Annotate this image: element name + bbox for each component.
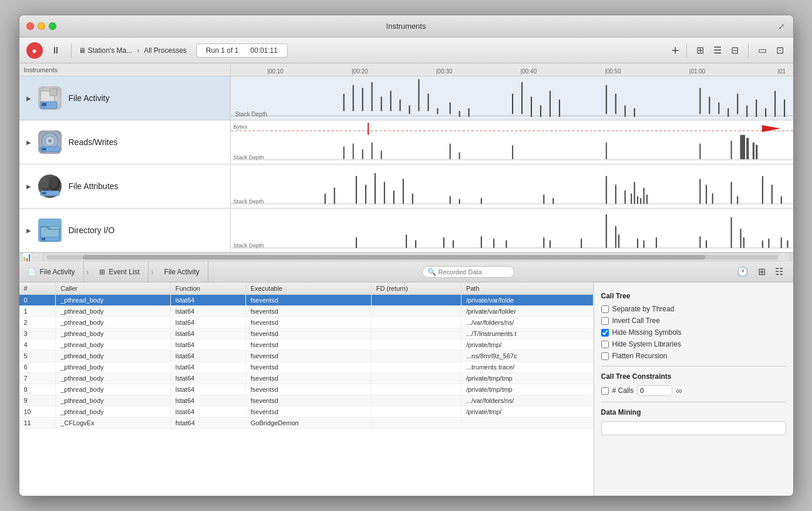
instrument-label-file-attributes[interactable]: ▶ File Attributes	[19, 164, 231, 208]
timeline-scroll-thumb[interactable]	[83, 255, 705, 260]
svg-rect-54	[380, 150, 382, 159]
cell-caller-1: _pthread_body	[56, 306, 171, 317]
device-selector[interactable]: 🖥 Station's Ma...	[79, 46, 133, 55]
table-row[interactable]: 8_pthread_bodylstat64fseventsd/private/t…	[19, 384, 594, 395]
data-table-area[interactable]: # Caller Function Executable FD (return)…	[19, 283, 594, 496]
add-instrument-button[interactable]: +	[672, 44, 679, 57]
svg-rect-82	[412, 193, 413, 204]
maximize-button[interactable]	[49, 22, 56, 30]
table-row[interactable]: 7_pthread_bodylstat64fseventsd/private/t…	[19, 373, 594, 384]
calls-checkbox[interactable]	[601, 387, 609, 395]
cell-num-8: 8	[19, 384, 56, 395]
tab-file-activity-instrument[interactable]: 📄 File Activity	[19, 261, 84, 282]
cell-function-9: lstat64	[170, 395, 245, 406]
instrument-row-file-attributes[interactable]: ▶ File Attributes	[19, 164, 793, 209]
svg-rect-135	[787, 240, 788, 248]
tab-event-list[interactable]: ⊞ Event List	[91, 261, 149, 282]
svg-rect-23	[549, 91, 550, 117]
cell-path-9: .../var/folders/ns/	[461, 395, 593, 406]
table-row[interactable]: 6_pthread_bodylstat64fseventsd...trument…	[19, 362, 594, 373]
instrument-row-reads-writes[interactable]: ▶ Reads/Writes	[19, 120, 793, 164]
tab-file-activity-view[interactable]: File Activity	[156, 261, 208, 282]
svg-rect-94	[640, 198, 641, 204]
data-table: # Caller Function Executable FD (return)…	[19, 283, 594, 429]
split-view-button[interactable]: ⊡	[774, 43, 786, 57]
svg-rect-113	[443, 237, 444, 248]
calls-min-input[interactable]	[637, 385, 672, 396]
svg-rect-31	[718, 102, 719, 114]
col-header-caller[interactable]: Caller	[56, 283, 171, 295]
tab-file-activity-view-label: File Activity	[164, 268, 200, 276]
table-row[interactable]: 4_pthread_bodylstat64fseventsd/private/t…	[19, 339, 594, 351]
table-row[interactable]: 10_pthread_bodylstat64fseventsd/private/…	[19, 406, 594, 418]
search-icon: 🔍	[427, 268, 436, 276]
col-header-executable[interactable]: Executable	[245, 283, 371, 295]
cell-fd-5	[371, 351, 461, 362]
process-selector[interactable]: All Processes	[144, 46, 187, 55]
svg-rect-62	[746, 138, 749, 160]
instrument-row-directory-io[interactable]: ▶ Directory I/O	[19, 209, 793, 253]
table-row[interactable]: 3_pthread_bodylstat64fseventsd.../T/Inst…	[19, 328, 594, 339]
expand-arrow-directory-io[interactable]: ▶	[26, 227, 31, 234]
detail-button[interactable]: ⊟	[729, 43, 741, 57]
table-row[interactable]: 11_CFLogvExfstat64GoBridgeDemon	[19, 418, 594, 429]
expand-arrow-file-attributes[interactable]: ▶	[26, 183, 31, 190]
record-button[interactable]: ●	[26, 42, 43, 59]
minimize-button[interactable]	[38, 22, 45, 30]
library-button[interactable]: ⊞	[694, 43, 706, 57]
main-area: Instruments |00:10 |00:20 |00:30 |00:40 …	[19, 63, 793, 496]
hide-system-checkbox[interactable]	[601, 341, 609, 348]
search-input[interactable]	[439, 268, 509, 275]
clock-button[interactable]: 🕐	[734, 265, 751, 278]
col-header-fd[interactable]: FD (return)	[371, 283, 461, 295]
filter-button[interactable]: ⊞	[756, 265, 768, 278]
table-row[interactable]: 0_pthread_bodylstat64fseventsd/private/v…	[19, 295, 594, 306]
svg-text:Stack Depth: Stack Depth	[233, 154, 264, 160]
col-header-path[interactable]: Path	[461, 283, 593, 295]
pause-button[interactable]: ⏸	[48, 42, 64, 59]
separate-thread-checkbox[interactable]	[601, 305, 609, 313]
col-header-function[interactable]: Function	[170, 283, 245, 295]
close-button[interactable]	[26, 22, 34, 30]
run-label: Run 1 of 1	[206, 46, 238, 55]
timeline-scrollbar[interactable]: 📊 ⬜ ⬜	[19, 253, 793, 261]
reads-writes-icon	[38, 130, 62, 154]
instrument-label-directory-io[interactable]: ▶ Directory I/O	[19, 209, 231, 252]
table-row[interactable]: 9_pthread_bodylstat64fseventsd.../var/fo…	[19, 395, 594, 406]
instrument-label-file-activity[interactable]: ▶ File Activity	[19, 76, 231, 120]
svg-rect-44	[42, 148, 46, 150]
invert-call-tree-checkbox[interactable]	[601, 317, 609, 325]
instrument-row-file-activity[interactable]: ▶ File Activity	[19, 76, 793, 120]
file-activity-icon	[38, 86, 62, 110]
bottom-panel: 📄 File Activity › ⊞ Event List › File Ac…	[19, 261, 793, 496]
svg-rect-75	[333, 187, 335, 204]
col-header-num[interactable]: #	[19, 283, 56, 295]
expand-arrow-file-activity[interactable]: ▶	[26, 95, 31, 102]
table-row[interactable]: 5_pthread_bodylstat64fseventsd...ns/8mrl…	[19, 351, 594, 362]
timeline-scroll-track[interactable]	[46, 255, 779, 260]
svg-rect-104	[780, 196, 781, 204]
instrument-label-reads-writes[interactable]: ▶ Reads/Writes	[19, 120, 231, 164]
svg-rect-37	[774, 91, 776, 117]
list-button[interactable]: ☰	[711, 43, 724, 57]
svg-rect-123	[618, 234, 619, 248]
table-row[interactable]: 1_pthread_bodylstat64fseventsd/private/v…	[19, 306, 594, 317]
resize-icon[interactable]: ⤢	[777, 22, 786, 31]
expand-arrow-reads-writes[interactable]: ▶	[26, 139, 31, 146]
cell-path-4: /private/tmp/	[461, 339, 593, 351]
svg-rect-119	[549, 240, 550, 248]
svg-point-68	[41, 177, 50, 189]
svg-rect-101	[737, 196, 738, 204]
cell-fd-0	[371, 295, 461, 306]
table-row[interactable]: 2_pthread_bodylstat64fseventsd.../var/fo…	[19, 317, 594, 328]
cell-path-7: /private/tmp/tmp	[461, 373, 593, 384]
columns-button[interactable]: ☷	[773, 265, 786, 278]
cell-function-10: lstat64	[170, 406, 245, 418]
hide-missing-checkbox[interactable]	[601, 329, 609, 337]
flatten-checkbox[interactable]	[601, 352, 609, 360]
svg-rect-15	[437, 108, 438, 114]
tick-2: |00:20	[352, 68, 368, 75]
svg-rect-78	[374, 173, 375, 204]
data-mining-input[interactable]	[601, 421, 786, 435]
cpu-view-button[interactable]: ▭	[756, 43, 769, 57]
